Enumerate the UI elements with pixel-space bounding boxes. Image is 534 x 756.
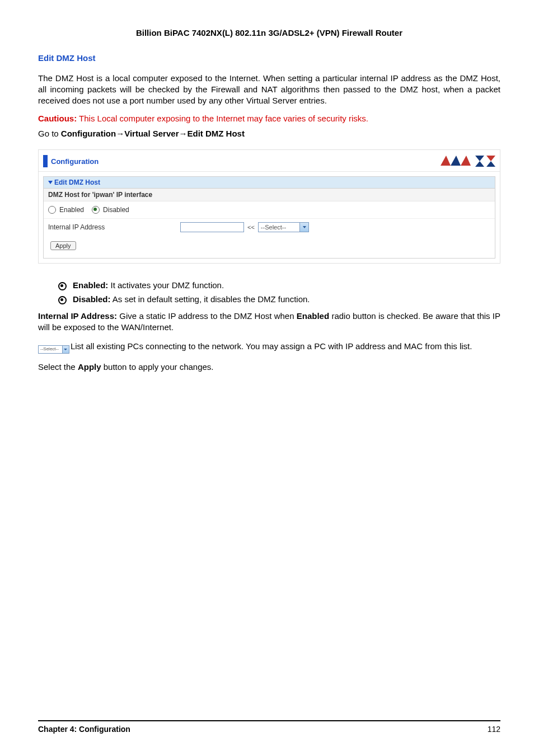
caution-label: Cautious:	[38, 114, 77, 123]
ip-para-label: Internal IP Address:	[38, 311, 117, 321]
panel-title-text: Edit DMZ Host	[54, 179, 100, 186]
edit-dmz-panel: Edit DMZ Host DMZ Host for 'ipwan' IP in…	[43, 176, 495, 259]
bullet-disabled: Disabled: As set in default setting, it …	[58, 294, 500, 304]
nav-part2: Virtual Server	[124, 129, 179, 138]
apply-prefix: Select the	[38, 362, 78, 372]
config-screenshot: Configuration Edit DMZ Host DMZ Host for…	[38, 149, 500, 264]
svg-marker-3	[475, 156, 484, 161]
internal-ip-paragraph: Internal IP Address: Give a static IP ad…	[38, 311, 500, 333]
apply-button[interactable]: Apply	[50, 241, 76, 250]
internal-ip-row: Internal IP Address << --Select--	[44, 219, 495, 236]
caution-text: This Local computer exposing to the Inte…	[77, 114, 368, 123]
ip-para-text1: Give a static IP address to the DMZ Host…	[117, 311, 297, 321]
nav-instruction: Go to Configuration→Virtual Server→Edit …	[38, 129, 500, 138]
enabled-disabled-row: Enabled Disabled	[44, 201, 495, 219]
apply-paragraph: Select the Apply button to apply your ch…	[38, 361, 500, 373]
ip-para-bold: Enabled	[297, 311, 329, 321]
nav-prefix: Go to	[38, 129, 61, 138]
caution-line: Cautious: This Local computer exposing t…	[38, 114, 500, 123]
svg-marker-5	[486, 156, 495, 161]
dmz-description: The DMZ Host is a local computer exposed…	[38, 73, 500, 106]
bullet-enabled-label: Enabled:	[73, 280, 108, 290]
svg-marker-2	[461, 156, 471, 166]
inline-select-icon: --Select--	[38, 345, 69, 354]
brand-logo	[434, 153, 495, 169]
internal-ip-label: Internal IP Address	[48, 223, 180, 231]
ui-page-title: Configuration	[51, 157, 99, 166]
collapse-icon	[48, 181, 53, 184]
bullet-disabled-label: Disabled:	[73, 294, 111, 304]
section-heading: Edit DMZ Host	[38, 53, 500, 63]
page-footer: Chapter 4: Configuration 112	[38, 720, 500, 734]
apply-bold: Apply	[78, 362, 101, 372]
laquo-icon: <<	[247, 224, 255, 231]
internal-ip-input[interactable]	[180, 222, 244, 232]
radio-disabled-label: Disabled	[103, 206, 129, 214]
product-title: Billion BiPAC 7402NX(L) 802.11n 3G/ADSL2…	[38, 28, 500, 37]
inline-select-value: --Select--	[39, 346, 62, 353]
list-text: List all existing PCs connecting to the …	[71, 341, 472, 351]
apply-row: Apply	[44, 236, 495, 258]
radio-enabled[interactable]	[48, 206, 56, 214]
bullet-enabled-text: It activates your DMZ function.	[108, 280, 224, 290]
bullet-disabled-text: As set in default setting, it disables t…	[111, 294, 310, 304]
svg-marker-4	[475, 161, 484, 167]
pc-select-value: --Select--	[259, 224, 299, 231]
apply-suffix: button to apply your changes.	[101, 362, 214, 372]
svg-marker-6	[486, 161, 495, 167]
chapter-label: Chapter 4: Configuration	[38, 725, 130, 734]
chevron-down-icon	[62, 346, 69, 353]
chevron-down-icon	[299, 223, 308, 232]
arrow-icon: →	[116, 129, 124, 138]
panel-title[interactable]: Edit DMZ Host	[44, 177, 495, 189]
arrow-icon: →	[179, 129, 187, 138]
panel-subheader: DMZ Host for 'ipwan' IP interface	[44, 189, 495, 201]
footer-rule	[38, 720, 500, 721]
ui-header: Configuration	[39, 150, 500, 172]
svg-marker-1	[451, 156, 461, 166]
radio-enabled-label: Enabled	[59, 206, 84, 214]
pc-select[interactable]: --Select--	[258, 222, 309, 232]
bullet-enabled: Enabled: It activates your DMZ function.	[58, 280, 500, 290]
nav-part3: Edit DMZ Host	[187, 129, 245, 138]
option-bullet-list: Enabled: It activates your DMZ function.…	[58, 280, 500, 304]
header-accent-bar	[43, 155, 48, 167]
page-number: 112	[488, 725, 500, 734]
svg-marker-0	[441, 156, 451, 166]
radio-disabled[interactable]	[92, 206, 100, 214]
list-paragraph: --Select-- List all existing PCs connect…	[38, 341, 500, 354]
nav-part1: Configuration	[61, 129, 116, 138]
